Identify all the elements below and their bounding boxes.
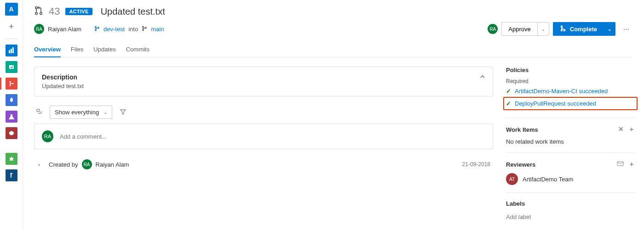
complete-label: Complete: [570, 26, 597, 33]
workitems-title-text: Work Items: [506, 126, 538, 133]
description-title: Description: [42, 73, 77, 81]
pipelines-icon[interactable]: [6, 94, 17, 106]
reviewer-row[interactable]: AT ArtifactDemo Team: [506, 173, 635, 185]
labels-title: Labels: [506, 200, 635, 207]
tab-commits[interactable]: Commits: [126, 42, 150, 57]
author-avatar[interactable]: RA: [34, 24, 44, 34]
svg-point-14: [143, 29, 144, 31]
policies-required-label: Required: [506, 78, 635, 84]
policies-title: Policies: [506, 67, 635, 73]
svg-point-13: [143, 26, 144, 28]
svg-rect-1: [11, 49, 12, 53]
activity-filter-selected: Show everything: [55, 109, 99, 116]
pull-request-icon: [34, 6, 43, 17]
right-sidebar: Policies Required ✓ ArtifactDemo-Maven-C…: [506, 67, 644, 230]
add-icon[interactable]: ＋: [628, 160, 635, 168]
workitems-empty: No related work items: [506, 138, 635, 145]
pr-tabs: Overview Files Updates Commits: [34, 42, 633, 57]
target-branch-link[interactable]: main: [151, 26, 164, 33]
merge-icon: [560, 25, 566, 33]
svg-point-9: [40, 12, 42, 15]
comment-input[interactable]: [60, 133, 485, 140]
approve-button-group: Approve ⌄: [501, 22, 549, 36]
comment-avatar: RA: [42, 130, 53, 142]
reviewer-avatar: AT: [506, 173, 518, 185]
complete-dropdown-button[interactable]: ⌄: [604, 22, 615, 36]
pr-number: 43: [49, 6, 60, 17]
policy-highlight: ✓ DeployPullRequest succeeded: [503, 97, 638, 110]
nav-extra-1-icon[interactable]: [6, 153, 17, 165]
pr-header: 43 ACTIVE Updated test.txt RA Raiyan Ala…: [23, 0, 644, 57]
test-plans-icon[interactable]: [6, 111, 17, 123]
activity-filter-row: Show everything ⌄: [34, 106, 493, 119]
nav-separator: [5, 39, 18, 39]
artifacts-icon[interactable]: [6, 127, 17, 139]
section-separator: [506, 192, 635, 193]
created-by-label: Created by: [49, 161, 78, 168]
status-badge: ACTIVE: [65, 8, 92, 15]
check-icon: ✓: [506, 100, 511, 107]
boards-icon[interactable]: [6, 61, 17, 73]
dashboards-icon[interactable]: [6, 45, 17, 56]
approve-button[interactable]: Approve: [501, 22, 537, 36]
author-name[interactable]: Raiyan Alam: [48, 26, 81, 33]
svg-point-16: [561, 26, 562, 27]
source-branch-link[interactable]: dev-test: [104, 26, 125, 33]
reviewers-title-text: Reviewers: [506, 161, 535, 168]
chevron-down-icon: ⌄: [104, 110, 107, 115]
tab-files[interactable]: Files: [71, 42, 83, 57]
created-by-avatar[interactable]: RA: [82, 159, 92, 169]
comment-box: RA: [34, 123, 493, 149]
section-separator: [506, 118, 635, 118]
add-label-input[interactable]: [506, 212, 583, 222]
activity-filter-dropdown[interactable]: Show everything ⌄: [50, 106, 112, 119]
branch-icon: [142, 26, 147, 33]
svg-point-7: [35, 6, 38, 9]
svg-point-8: [35, 12, 38, 15]
policy-link[interactable]: DeployPullRequest succeeded: [515, 100, 596, 107]
nav-extra-2-icon[interactable]: [6, 169, 17, 181]
svg-rect-19: [37, 109, 40, 112]
policy-item: ✓ ArtifactDemo-Maven-CI succeeded: [506, 86, 635, 96]
reviewer-name: ArtifactDemo Team: [523, 176, 573, 183]
created-activity-row: ● Created by RA Raiyan Alam 21-09-2018: [34, 159, 493, 169]
description-body: Updated test.txt: [42, 83, 485, 90]
close-icon[interactable]: ✕: [618, 125, 624, 134]
svg-rect-0: [9, 50, 10, 53]
section-separator: [506, 152, 635, 153]
workitems-title: Work Items ✕ ＋: [506, 125, 635, 134]
add-icon[interactable]: ＋: [628, 125, 635, 134]
center-column: Description Updated test.txt Show everyt…: [34, 67, 493, 230]
project-avatar[interactable]: A: [5, 3, 18, 16]
repos-icon[interactable]: [6, 78, 17, 90]
chevron-down-icon: ⌄: [541, 27, 545, 32]
description-card: Description Updated test.txt: [34, 67, 493, 96]
check-icon: ✓: [506, 88, 511, 95]
more-actions-button[interactable]: ⋯: [619, 22, 633, 36]
chevron-down-icon: ⌄: [608, 27, 611, 32]
policy-link[interactable]: ArtifactDemo-Maven-CI succeeded: [515, 88, 608, 95]
svg-point-11: [95, 29, 97, 31]
svg-rect-2: [12, 47, 14, 53]
approve-dropdown-button[interactable]: ⌄: [537, 22, 549, 36]
mail-icon[interactable]: [617, 160, 624, 168]
created-date: 21-09-2018: [462, 161, 493, 168]
complete-button-group: Complete ⌄: [553, 22, 615, 36]
complete-button[interactable]: Complete: [553, 22, 604, 36]
pr-title: Updated test.txt: [101, 6, 165, 17]
branch-icon: [94, 26, 100, 33]
tab-updates[interactable]: Updates: [93, 42, 115, 57]
created-by-name[interactable]: Raiyan Alam: [96, 161, 129, 168]
current-user-avatar[interactable]: RA: [488, 24, 498, 34]
tab-overview[interactable]: Overview: [34, 42, 61, 57]
svg-point-17: [561, 29, 562, 31]
thread-icon: [36, 108, 42, 116]
activity-dot-icon: ●: [36, 162, 42, 167]
collapse-icon[interactable]: [480, 74, 485, 81]
filter-icon[interactable]: [120, 108, 126, 117]
svg-point-10: [95, 26, 97, 28]
left-nav-rail: A +: [0, 0, 23, 230]
main-content: 43 ACTIVE Updated test.txt RA Raiyan Ala…: [23, 0, 644, 230]
policy-item: ✓ DeployPullRequest succeeded: [506, 99, 635, 108]
add-project-icon[interactable]: +: [5, 20, 18, 33]
